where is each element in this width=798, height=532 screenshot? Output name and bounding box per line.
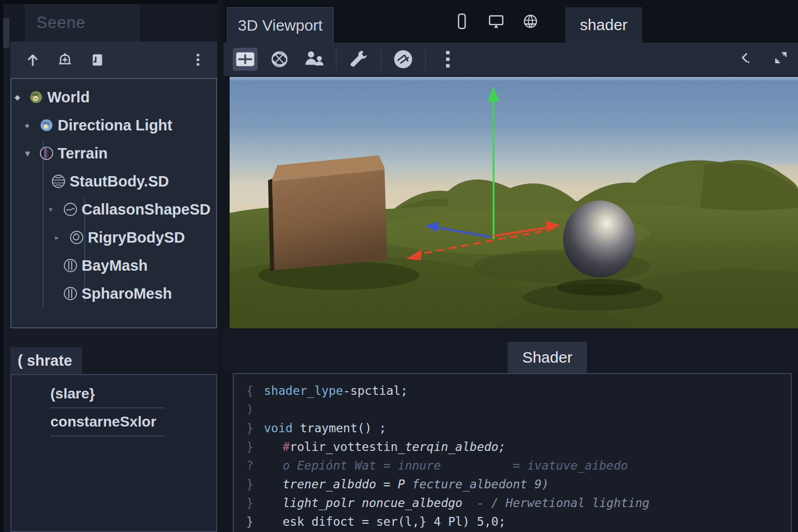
attach-script-icon[interactable] (87, 50, 107, 70)
shader-code-editor[interactable]: {shader_lype-spctial;)}void trayment() ;… (233, 373, 792, 532)
code-segment: trener_albddo = P (283, 477, 412, 491)
code-segment: terqin_albedo; (405, 440, 506, 454)
tree-node-label: BayMash (82, 257, 148, 274)
static-body-node-icon (50, 174, 66, 190)
code-line: {shader_lype-spctial; (234, 381, 791, 400)
toolbar-separator (336, 49, 337, 70)
world-node-icon (28, 89, 44, 105)
code-segment: - / Herwetional lighting (462, 496, 649, 510)
main-tabbar: 3D Viewport shader (223, 0, 798, 43)
code-text: shader_lype-spctial; (264, 384, 408, 397)
tree-node-baymash[interactable]: BayMash (11, 251, 216, 280)
maximize-icon[interactable] (771, 48, 791, 68)
dock-resize-handle[interactable] (3, 18, 9, 48)
phone-icon[interactable] (452, 11, 472, 31)
layout-grid-icon[interactable] (233, 48, 258, 71)
tree-node-label: CallasonShapeSD (82, 201, 210, 218)
gutter-fold-icon[interactable]: } (246, 477, 264, 491)
code-line: }esk difoct = ser(l,} 4 Pl) 5,0; (234, 512, 791, 531)
web-icon[interactable] (521, 11, 540, 31)
code-line: ) (234, 400, 791, 419)
tab-scene[interactable]: Seene (25, 4, 140, 42)
code-segment: void (264, 421, 292, 435)
code-segment: fecture_albedont 9) (412, 477, 549, 491)
tree-node-label: SpharoMesh (82, 285, 172, 302)
tree-node-label: Directiona Light (58, 117, 172, 134)
code-text: void trayment() ; (264, 421, 386, 435)
code-segment: light_polr noncue_albedgo (283, 496, 462, 510)
code-line: }light_polr noncue_albedgo - / Herwetion… (234, 494, 791, 512)
viewport-toolbar (223, 43, 798, 76)
code-segment: o Eepiónt Wat = innure = ivatuve_aibedo (283, 459, 628, 472)
menu-dots-icon[interactable] (435, 48, 460, 71)
orbit-icon[interactable] (267, 48, 292, 71)
tree-node-terrain[interactable]: ▾Terrain (11, 139, 216, 167)
scene-toolbar (10, 42, 217, 78)
select-people-icon[interactable] (301, 48, 326, 71)
expand-arrow-icon[interactable]: ◆ (25, 122, 29, 129)
gutter-fold-icon[interactable]: } (246, 440, 264, 454)
header-icons (452, 11, 540, 31)
scene-tab-label: Seene (36, 14, 86, 32)
gutter-fold-icon[interactable]: ) (246, 403, 264, 416)
add-node-icon[interactable] (55, 50, 75, 70)
gutter-fold-icon[interactable]: } (246, 496, 264, 510)
code-text: #rolir_vottestin_terqin_albedo; (264, 440, 506, 454)
code-text: o Eepiónt Wat = innure = ivatuve_aibedo (264, 459, 628, 472)
up-arrow-icon[interactable] (23, 50, 43, 70)
files-panel: (slare}constarneSxlor (10, 374, 217, 532)
code-line: }void trayment() ; (234, 419, 791, 437)
gutter-fold-icon[interactable]: } (246, 421, 264, 435)
tree-node-directiona-light[interactable]: ◆Directiona Light (11, 111, 216, 139)
tree-node-spharomesh[interactable]: SpharoMesh (11, 280, 216, 308)
collision-shape-node-icon (62, 202, 78, 218)
gutter-fold-icon[interactable]: ? (246, 459, 264, 472)
wrench-icon[interactable] (346, 48, 371, 71)
gutter-fold-icon[interactable]: } (246, 515, 264, 528)
tree-node-stautbody-sd[interactable]: StautBody.SD (11, 167, 216, 195)
environment-icon[interactable] (391, 48, 416, 71)
terrain-node-icon (38, 145, 55, 162)
file-list-item[interactable]: constarneSxlor (50, 408, 164, 436)
toolbar-separator (425, 49, 426, 70)
editor-window: Seene ◆World◆Directiona Light▾TerrainSta… (0, 0, 798, 532)
expand-arrow-icon[interactable]: ▾ (25, 147, 30, 159)
files-tab-label: ( shrate (18, 352, 72, 369)
viewport-toolbar-right (736, 48, 791, 68)
tab-shader[interactable]: shader (565, 7, 642, 43)
collapse-icon[interactable] (736, 48, 755, 68)
file-item-label: constarneSxlor (50, 414, 156, 430)
tab-3d-viewport[interactable]: 3D Viewport (227, 7, 334, 43)
code-text: trener_albddo = P fecture_albedont 9) (264, 477, 549, 491)
scene-tabbar: Seene (10, 4, 217, 42)
code-line: }trener_albddo = P fecture_albedont 9) (234, 475, 791, 494)
code-line: ?o Eepiónt Wat = innure = ivatuve_aibedo (234, 456, 791, 475)
code-text: light_polr noncue_albedgo - / Herwetiona… (264, 496, 649, 510)
3d-viewport[interactable] (230, 77, 798, 328)
monitor-icon[interactable] (486, 11, 506, 31)
expand-arrow-icon[interactable]: ▾ (49, 205, 52, 214)
code-segment: esk difoct = ser(l,} 4 Pl) 5,0; (283, 515, 506, 528)
code-segment: shader_lype (264, 384, 343, 397)
tree-node-callasonshapesd[interactable]: ▾CallasonShapeSD (11, 195, 216, 223)
shader-tab-top-label: shader (580, 16, 628, 34)
shader-panel-tab-label: Shader (522, 349, 573, 366)
file-item-label: (slare} (50, 385, 95, 402)
left-dock: Seene ◆World◆Directiona Light▾TerrainSta… (3, 4, 217, 532)
sphere-object (563, 201, 636, 277)
code-segment: rolir_vottestin_ (290, 440, 405, 454)
code-segment: -spctial; (343, 384, 408, 397)
menu-dots-icon[interactable] (188, 50, 208, 70)
tree-node-world[interactable]: ◆World (11, 83, 216, 111)
viewport-tab-label: 3D Viewport (238, 17, 323, 34)
tab-shader-file[interactable]: ( shrate (10, 347, 82, 374)
mesh-node-icon (62, 258, 78, 274)
file-list-item[interactable]: (slare} (50, 380, 164, 408)
mesh-node-icon (62, 286, 78, 302)
expand-arrow-icon[interactable]: ▸ (55, 233, 59, 242)
expand-arrow-icon[interactable]: ◆ (15, 93, 20, 101)
gutter-fold-icon[interactable]: { (246, 384, 264, 397)
tab-shader-bottom[interactable]: Shader (508, 342, 587, 373)
tree-node-label: StautBody.SD (70, 173, 169, 190)
tree-node-rigrybodysd[interactable]: ▸RigryBodySD (11, 223, 216, 251)
